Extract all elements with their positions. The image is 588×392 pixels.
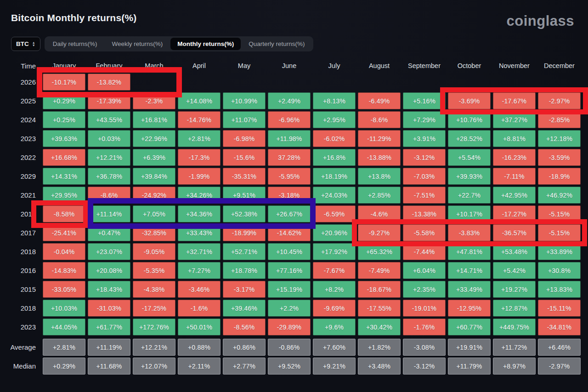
tab-quarterly-returns[interactable]: Quarterly returns(%) <box>242 38 311 50</box>
average-cell-march: +12.21% <box>133 339 175 356</box>
row-label-median: Median <box>11 358 40 375</box>
return-cell-2029-october: +39.93% <box>448 168 491 185</box>
return-cell-2018-january: -0.04% <box>43 243 85 260</box>
return-cell-2017-march: -32.85% <box>133 224 175 241</box>
return-cell-2029-january: +14.31% <box>43 168 85 185</box>
median-cell-december: -2.97% <box>538 358 581 375</box>
median-cell-november: +8.97% <box>493 358 536 375</box>
column-header-may: May <box>223 60 266 72</box>
return-cell-2021-august: +2.85% <box>358 187 401 204</box>
row-label-average: Average <box>11 339 40 356</box>
average-cell-june: -0.86% <box>268 339 311 356</box>
average-cell-january: +2.81% <box>43 339 85 356</box>
column-header-december: December <box>538 60 581 72</box>
return-cell-2022-february: +12.21% <box>88 149 130 166</box>
return-cell-2022-may: -15.6% <box>223 149 266 166</box>
average-cell-november: +11.72% <box>493 339 536 356</box>
return-cell-2023-august: -11.29% <box>358 130 401 147</box>
return-cell-2023-october: +60.77% <box>448 318 491 335</box>
median-cell-july: +9.21% <box>313 358 356 375</box>
return-cell-2015-october: +33.49% <box>448 281 491 298</box>
return-cell-2025-january: +0.29% <box>43 92 85 109</box>
return-cell-2019-november: -17.27% <box>493 205 536 222</box>
return-cell-2015-december: +13.83% <box>538 281 581 298</box>
median-cell-may: +2.77% <box>223 358 266 375</box>
return-cell-2021-march: -24.92% <box>133 187 175 204</box>
symbol-selector[interactable]: BTC ▲▼ <box>11 37 40 51</box>
column-header-june: June <box>268 60 311 72</box>
median-cell-september: -3.12% <box>403 358 446 375</box>
return-cell-2018-october: -12.95% <box>448 300 491 317</box>
average-cell-september: -3.08% <box>403 339 446 356</box>
return-cell-2018-october: +47.81% <box>448 243 491 260</box>
returns-table: TimeJanuaryFebruaryMarchAprilMayJuneJuly… <box>11 60 581 335</box>
return-cell-2024-december: -2.85% <box>538 111 581 128</box>
row-label-2018: 2018 <box>11 300 40 317</box>
row-label-2022: 2022 <box>11 149 40 166</box>
row-label-2017: 2017 <box>11 224 40 241</box>
return-cell-2015-march: -4.38% <box>133 281 175 298</box>
column-header-november: November <box>493 60 536 72</box>
return-cell-2024-october: +10.76% <box>448 111 491 128</box>
return-cell-2017-may: -18.99% <box>223 224 266 241</box>
median-cell-august: +3.48% <box>358 358 401 375</box>
return-cell-2016-june: +77.16% <box>268 262 311 279</box>
return-cell-2017-november: -36.57% <box>493 224 536 241</box>
return-cell-2025-march: -2.3% <box>133 92 175 109</box>
return-cell-2018-march: -17.25% <box>133 300 175 317</box>
empty-cell <box>178 74 220 91</box>
return-cell-2021-april: +34.26% <box>178 187 220 204</box>
return-cell-2024-november: +37.27% <box>493 111 536 128</box>
return-cell-2029-august: +13.8% <box>358 168 401 185</box>
return-cell-2023-june: -29.89% <box>268 318 311 335</box>
median-cell-march: +12.07% <box>133 358 175 375</box>
return-cell-2029-april: -1.99% <box>178 168 220 185</box>
return-cell-2023-november: +449.75% <box>493 318 536 335</box>
return-cell-2023-november: +8.81% <box>493 130 536 147</box>
return-cell-2025-september: +5.16% <box>403 92 446 109</box>
return-cell-2029-september: -7.03% <box>403 168 446 185</box>
return-cell-2026-february: -13.82% <box>88 74 130 91</box>
return-cell-2022-november: -16.23% <box>493 149 536 166</box>
average-cell-october: +19.91% <box>448 339 491 356</box>
return-cell-2019-april: +34.36% <box>178 205 220 222</box>
return-cell-2018-december: +33.89% <box>538 243 581 260</box>
empty-cell <box>493 74 536 91</box>
return-cell-2015-april: -3.46% <box>178 281 220 298</box>
return-cell-2022-june: 37.28% <box>268 149 311 166</box>
row-label-2015: 2015 <box>11 281 40 298</box>
return-cell-2015-february: +18.43% <box>88 281 130 298</box>
time-column-header: Time <box>11 60 40 72</box>
return-cell-2021-november: +42.95% <box>493 187 536 204</box>
return-cell-2025-february: -17.39% <box>88 92 130 109</box>
return-cell-2016-november: +5.42% <box>493 262 536 279</box>
return-cell-2021-june: -3.18% <box>268 187 311 204</box>
return-cell-2024-february: +43.55% <box>88 111 130 128</box>
tab-weekly-returns[interactable]: Weekly returns(%) <box>105 38 170 50</box>
row-label-2019: 2019 <box>11 205 40 222</box>
return-cell-2016-september: +6.04% <box>403 262 446 279</box>
return-cell-2019-october: +10.17% <box>448 205 491 222</box>
coinglass-logo: coinglass <box>507 13 575 29</box>
tab-monthly-returns[interactable]: Monthly returns(%) <box>170 38 241 50</box>
return-cell-2018-march: -9.05% <box>133 243 175 260</box>
return-cell-2025-december: -2.97% <box>538 92 581 109</box>
return-cell-2023-january: +44.05% <box>43 318 85 335</box>
return-cell-2023-july: +9.6% <box>313 318 356 335</box>
return-cell-2016-may: +18.78% <box>223 262 266 279</box>
tab-daily-returns[interactable]: Daily returns(%) <box>46 38 104 50</box>
return-cell-2022-october: +5.54% <box>448 149 491 166</box>
return-cell-2029-december: -18.9% <box>538 168 581 185</box>
return-cell-2023-october: +28.52% <box>448 130 491 147</box>
row-label-2029: 2029 <box>11 168 40 185</box>
return-cell-2022-april: -17.3% <box>178 149 220 166</box>
empty-cell <box>268 74 311 91</box>
return-cell-2026-january: -10.17% <box>43 74 85 91</box>
return-cell-2023-april: +2.81% <box>178 130 220 147</box>
return-cell-2024-january: +0.25% <box>43 111 85 128</box>
return-cell-2018-april: -1.6% <box>178 300 220 317</box>
return-cell-2019-september: -13.38% <box>403 205 446 222</box>
return-cell-2025-august: -6.49% <box>358 92 401 109</box>
return-cell-2029-may: -35.31% <box>223 168 266 185</box>
symbol-label: BTC <box>16 40 29 47</box>
